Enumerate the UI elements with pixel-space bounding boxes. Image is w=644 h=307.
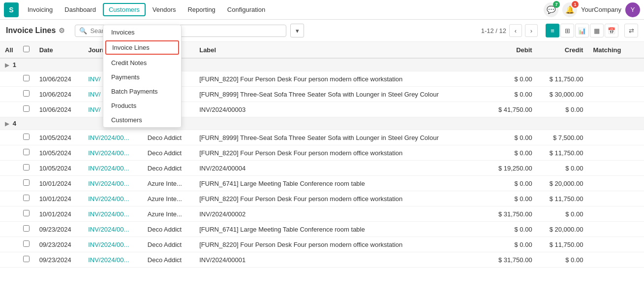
row-matching: [588, 145, 632, 161]
filter-options-button[interactable]: ⇄: [624, 24, 638, 37]
row-journal[interactable]: INV/2024/00...: [83, 161, 143, 176]
row-checkbox[interactable]: [23, 149, 30, 155]
row-checkbox-cell[interactable]: [18, 71, 34, 87]
nav-invoicing[interactable]: Invoicing: [23, 4, 58, 15]
row-checkbox-cell[interactable]: [18, 102, 34, 117]
nav-vendors[interactable]: Vendors: [148, 4, 181, 15]
group-toggle-cell[interactable]: ▶ 1: [0, 58, 34, 71]
row-checkbox[interactable]: [23, 105, 30, 112]
header-date[interactable]: Date: [34, 42, 84, 58]
row-checkbox-cell[interactable]: [18, 87, 34, 102]
row-actions: [633, 87, 644, 102]
row-checkbox[interactable]: [23, 179, 30, 186]
row-debit: $ 31,750.00: [486, 206, 537, 222]
table-row: 09/23/2024 INV/2024/00... Deco Addict IN…: [0, 252, 644, 268]
row-checkbox[interactable]: [23, 75, 30, 81]
row-spacer: [0, 252, 18, 268]
row-checkbox[interactable]: [23, 195, 30, 201]
menu-customers[interactable]: Customers: [103, 113, 181, 127]
row-actions: [633, 191, 644, 206]
row-checkbox[interactable]: [23, 210, 30, 216]
header-debit[interactable]: Debit: [486, 42, 537, 58]
row-journal[interactable]: INV/2024/00...: [83, 191, 143, 206]
nav-customers[interactable]: Customers: [103, 3, 146, 16]
row-spacer: [0, 161, 18, 176]
table-header-row: All Date Journal Label Debit Credit Matc…: [0, 42, 644, 58]
row-date: 10/01/2024: [34, 191, 84, 206]
row-debit: $ 0.00: [486, 71, 537, 87]
row-journal[interactable]: INV/2024/00...: [83, 237, 143, 252]
kanban-icon: ⊞: [565, 27, 570, 34]
table-view-button[interactable]: ▦: [590, 24, 604, 37]
select-all-label[interactable]: All: [5, 46, 13, 54]
nav-reporting[interactable]: Reporting: [183, 4, 220, 15]
app-logo[interactable]: S: [4, 2, 19, 17]
row-label: INV/2024/00002: [194, 206, 486, 222]
menu-products[interactable]: Products: [103, 99, 181, 113]
next-page-button[interactable]: ›: [525, 24, 538, 37]
row-spacer: [0, 191, 18, 206]
row-journal[interactable]: INV/2024/00...: [83, 130, 143, 145]
row-checkbox[interactable]: [23, 164, 30, 171]
search-dropdown-button[interactable]: ▾: [290, 24, 304, 37]
calendar-view-button[interactable]: 📅: [605, 24, 618, 37]
row-checkbox-cell[interactable]: [18, 130, 34, 145]
group-toggle-icon[interactable]: ▶: [5, 121, 9, 127]
row-checkbox-cell[interactable]: [18, 176, 34, 191]
row-checkbox-cell[interactable]: [18, 252, 34, 268]
row-checkbox-cell[interactable]: [18, 191, 34, 206]
group-toggle-icon[interactable]: ▶: [5, 62, 9, 68]
row-checkbox-cell[interactable]: [18, 145, 34, 161]
header-all[interactable]: All: [0, 42, 18, 58]
header-label[interactable]: Label: [194, 42, 486, 58]
table-row: 10/05/2024 INV/2024/00... Deco Addict [F…: [0, 130, 644, 145]
row-journal[interactable]: INV/2024/00...: [83, 222, 143, 237]
group-toggle-cell[interactable]: ▶ 4: [0, 117, 34, 130]
row-checkbox-cell[interactable]: [18, 222, 34, 237]
row-credit: $ 11,750.00: [537, 71, 588, 87]
row-checkbox[interactable]: [23, 134, 30, 140]
header-actions: [633, 42, 644, 58]
menu-invoice-lines[interactable]: Invoice Lines: [105, 40, 179, 55]
avatar[interactable]: Y: [625, 2, 640, 17]
menu-credit-notes[interactable]: Credit Notes: [103, 56, 181, 70]
row-checkbox[interactable]: [23, 256, 30, 262]
settings-icon[interactable]: ⚙: [59, 27, 65, 34]
row-journal[interactable]: INV/2024/00...: [83, 145, 143, 161]
row-journal[interactable]: INV/2024/00...: [83, 176, 143, 191]
menu-batch-payments[interactable]: Batch Payments: [103, 84, 181, 99]
row-credit: $ 20,000.00: [537, 222, 588, 237]
row-checkbox-cell[interactable]: [18, 161, 34, 176]
nav-customers-dropdown: Customers Invoices Invoice Lines Credit …: [103, 6, 146, 13]
row-label: [FURN_6741] Large Meeting Table Conferen…: [194, 222, 486, 237]
table-row: 10/06/2024 INV/ [FURN_8999] Three-Seat S…: [0, 87, 644, 102]
row-spacer: [0, 102, 18, 117]
menu-invoices[interactable]: Invoices: [103, 25, 181, 39]
nav-configuration[interactable]: Configuration: [222, 4, 270, 15]
row-date: 10/01/2024: [34, 206, 84, 222]
row-partner: Deco Addict: [143, 252, 194, 268]
row-journal[interactable]: INV/2024/00...: [83, 206, 143, 222]
nav-dashboard[interactable]: Dashboard: [60, 4, 101, 15]
row-checkbox[interactable]: [23, 90, 30, 97]
chart-view-button[interactable]: 📊: [575, 24, 589, 37]
kanban-view-button[interactable]: ⊞: [560, 24, 574, 37]
messages-button[interactable]: 💬 7: [544, 2, 558, 17]
row-checkbox-cell[interactable]: [18, 237, 34, 252]
row-debit: $ 0.00: [486, 130, 537, 145]
row-credit: $ 0.00: [537, 206, 588, 222]
row-checkbox[interactable]: [23, 225, 30, 232]
header-matching[interactable]: Matching: [588, 42, 632, 58]
row-actions: [633, 71, 644, 87]
menu-payments[interactable]: Payments: [103, 70, 181, 84]
select-all-checkbox[interactable]: [23, 46, 30, 52]
list-view-button[interactable]: ≡: [546, 24, 559, 37]
row-checkbox-cell[interactable]: [18, 206, 34, 222]
alerts-button[interactable]: 🔔 1: [562, 2, 577, 17]
header-credit[interactable]: Credit: [537, 42, 588, 58]
row-checkbox[interactable]: [23, 240, 30, 247]
prev-page-button[interactable]: ‹: [509, 24, 522, 37]
row-actions: [633, 222, 644, 237]
group-label: 4: [13, 120, 16, 127]
row-journal[interactable]: INV/2024/00...: [83, 252, 143, 268]
